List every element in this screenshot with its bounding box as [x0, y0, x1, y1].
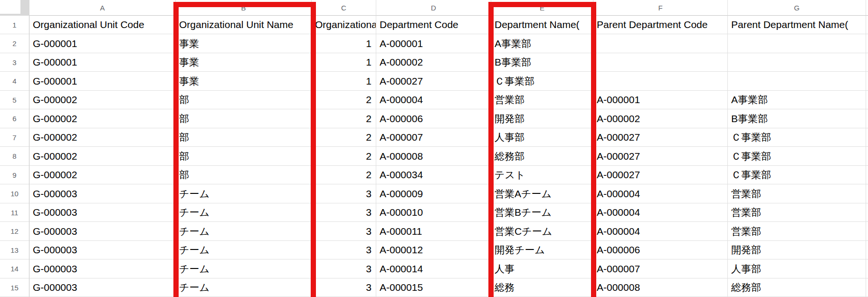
cell-E15[interactable]: 総務: [491, 278, 593, 297]
cell-F7[interactable]: A-000027: [593, 128, 728, 147]
cell-D1[interactable]: Department Code: [376, 16, 491, 34]
cell-F4[interactable]: [593, 72, 728, 91]
cell-A6[interactable]: G-000002: [29, 109, 176, 128]
row-header-9[interactable]: 9: [0, 166, 29, 184]
cell-F6[interactable]: A-000002: [593, 109, 728, 128]
cell-C6[interactable]: 2: [312, 109, 376, 128]
column-header-B[interactable]: B: [176, 0, 312, 16]
column-header-E[interactable]: E: [491, 0, 593, 16]
row-header-5[interactable]: 5: [0, 91, 29, 109]
row-header-1[interactable]: 1: [0, 16, 29, 34]
cell-F12[interactable]: A-000004: [593, 222, 728, 241]
cell-F11[interactable]: A-000004: [593, 203, 728, 222]
column-header-A[interactable]: A: [29, 0, 176, 16]
row-header-8[interactable]: 8: [0, 147, 29, 166]
cell-E5[interactable]: 営業部: [491, 91, 593, 109]
cell-B15[interactable]: チーム: [176, 278, 312, 297]
cell-E13[interactable]: 開発チーム: [491, 241, 593, 259]
cell-A4[interactable]: G-000001: [29, 72, 176, 91]
cell-B8[interactable]: 部: [176, 147, 312, 166]
row-header-3[interactable]: 3: [0, 53, 29, 72]
cell-B12[interactable]: チーム: [176, 222, 312, 241]
column-header-F[interactable]: F: [593, 0, 728, 16]
cell-C12[interactable]: 3: [312, 222, 376, 241]
cell-B5[interactable]: 部: [176, 91, 312, 109]
cell-G14[interactable]: 人事部: [728, 259, 866, 278]
cell-E1[interactable]: Department Name(: [491, 16, 593, 34]
cell-C1[interactable]: Organizational: [312, 16, 376, 34]
cell-E9[interactable]: テスト: [491, 166, 593, 184]
row-header-6[interactable]: 6: [0, 109, 29, 128]
row-header-14[interactable]: 14: [0, 259, 29, 278]
cell-D11[interactable]: A-000010: [376, 203, 491, 222]
cell-E6[interactable]: 開発部: [491, 109, 593, 128]
cell-D13[interactable]: A-000012: [376, 241, 491, 259]
cell-D15[interactable]: A-000015: [376, 278, 491, 297]
cell-A8[interactable]: G-000002: [29, 147, 176, 166]
column-header-C[interactable]: C: [312, 0, 376, 16]
cell-F2[interactable]: [593, 34, 728, 53]
cell-B1[interactable]: Organizational Unit Name: [176, 16, 312, 34]
cell-D8[interactable]: A-000008: [376, 147, 491, 166]
cell-C13[interactable]: 3: [312, 241, 376, 259]
cell-B13[interactable]: チーム: [176, 241, 312, 259]
cell-E11[interactable]: 営業Bチーム: [491, 203, 593, 222]
cell-F14[interactable]: A-000007: [593, 259, 728, 278]
cell-E14[interactable]: 人事: [491, 259, 593, 278]
cell-G15[interactable]: 総務部: [728, 278, 866, 297]
cell-E4[interactable]: Ｃ事業部: [491, 72, 593, 91]
cell-A12[interactable]: G-000003: [29, 222, 176, 241]
cell-B14[interactable]: チーム: [176, 259, 312, 278]
cell-D10[interactable]: A-000009: [376, 184, 491, 203]
cell-C10[interactable]: 3: [312, 184, 376, 203]
cell-E2[interactable]: A事業部: [491, 34, 593, 53]
cell-G12[interactable]: 営業部: [728, 222, 866, 241]
cell-A5[interactable]: G-000002: [29, 91, 176, 109]
cell-F1[interactable]: Parent Department Code: [593, 16, 728, 34]
row-header-2[interactable]: 2: [0, 34, 29, 53]
cell-B11[interactable]: チーム: [176, 203, 312, 222]
row-header-7[interactable]: 7: [0, 128, 29, 147]
cell-A2[interactable]: G-000001: [29, 34, 176, 53]
cell-C7[interactable]: 2: [312, 128, 376, 147]
cell-G5[interactable]: A事業部: [728, 91, 866, 109]
cell-A7[interactable]: G-000002: [29, 128, 176, 147]
cell-G1[interactable]: Parent Department Name(: [728, 16, 866, 34]
cell-B2[interactable]: 事業: [176, 34, 312, 53]
cell-B3[interactable]: 事業: [176, 53, 312, 72]
cell-A13[interactable]: G-000003: [29, 241, 176, 259]
cell-D9[interactable]: A-000034: [376, 166, 491, 184]
row-header-15[interactable]: 15: [0, 278, 29, 297]
cell-C3[interactable]: 1: [312, 53, 376, 72]
cell-D7[interactable]: A-000007: [376, 128, 491, 147]
cell-G9[interactable]: Ｃ事業部: [728, 166, 866, 184]
cell-G4[interactable]: [728, 72, 866, 91]
cell-G3[interactable]: [728, 53, 866, 72]
cell-F5[interactable]: A-000001: [593, 91, 728, 109]
cell-C11[interactable]: 3: [312, 203, 376, 222]
cell-F3[interactable]: [593, 53, 728, 72]
cell-C2[interactable]: 1: [312, 34, 376, 53]
cell-A10[interactable]: G-000003: [29, 184, 176, 203]
cell-E8[interactable]: 総務部: [491, 147, 593, 166]
cell-B7[interactable]: 部: [176, 128, 312, 147]
cell-C15[interactable]: 3: [312, 278, 376, 297]
row-header-12[interactable]: 12: [0, 222, 29, 241]
select-all-corner[interactable]: [0, 0, 29, 16]
cell-G8[interactable]: Ｃ事業部: [728, 147, 866, 166]
cell-A11[interactable]: G-000003: [29, 203, 176, 222]
row-header-13[interactable]: 13: [0, 241, 29, 259]
cell-D5[interactable]: A-000004: [376, 91, 491, 109]
cell-C8[interactable]: 2: [312, 147, 376, 166]
cell-G11[interactable]: 営業部: [728, 203, 866, 222]
cell-D3[interactable]: A-000002: [376, 53, 491, 72]
cell-F9[interactable]: A-000027: [593, 166, 728, 184]
cell-C5[interactable]: 2: [312, 91, 376, 109]
cell-C9[interactable]: 2: [312, 166, 376, 184]
cell-G7[interactable]: Ｃ事業部: [728, 128, 866, 147]
cell-C4[interactable]: 1: [312, 72, 376, 91]
cell-D4[interactable]: A-000027: [376, 72, 491, 91]
cell-D12[interactable]: A-000011: [376, 222, 491, 241]
cell-E3[interactable]: B事業部: [491, 53, 593, 72]
cell-B6[interactable]: 部: [176, 109, 312, 128]
